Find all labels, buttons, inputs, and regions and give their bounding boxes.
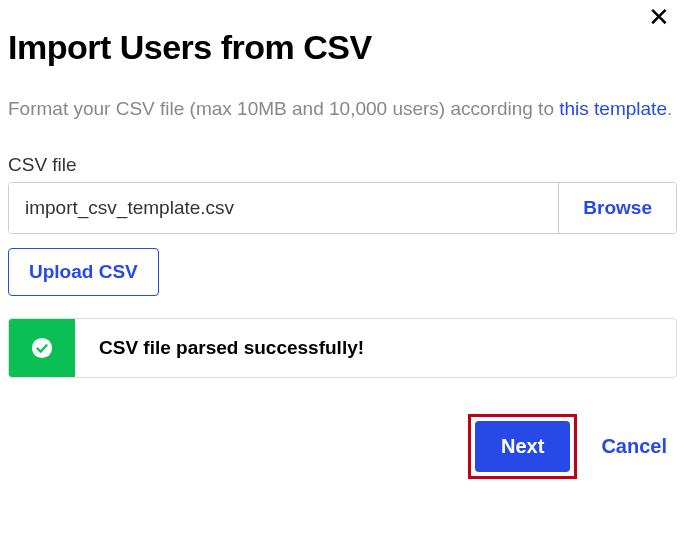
footer-actions: Next Cancel <box>8 414 677 479</box>
next-button-highlight: Next <box>468 414 577 479</box>
check-circle-icon <box>31 337 53 359</box>
csv-file-input[interactable] <box>9 183 558 233</box>
status-banner: CSV file parsed successfully! <box>8 318 677 378</box>
template-link[interactable]: this template <box>559 98 667 119</box>
next-button[interactable]: Next <box>475 421 570 472</box>
upload-csv-button[interactable]: Upload CSV <box>8 248 159 296</box>
cancel-button[interactable]: Cancel <box>601 435 667 458</box>
status-message: CSV file parsed successfully! <box>75 319 388 377</box>
close-icon[interactable]: ✕ <box>648 4 670 30</box>
csv-file-label: CSV file <box>8 154 677 176</box>
dialog-title: Import Users from CSV <box>8 28 677 67</box>
format-description: Format your CSV file (max 10MB and 10,00… <box>8 95 677 124</box>
description-prefix: Format your CSV file (max 10MB and 10,00… <box>8 98 559 119</box>
svg-point-0 <box>32 337 52 357</box>
success-badge <box>9 319 75 377</box>
file-input-group: Browse <box>8 182 677 234</box>
description-suffix: . <box>667 98 672 119</box>
browse-button[interactable]: Browse <box>558 183 676 233</box>
